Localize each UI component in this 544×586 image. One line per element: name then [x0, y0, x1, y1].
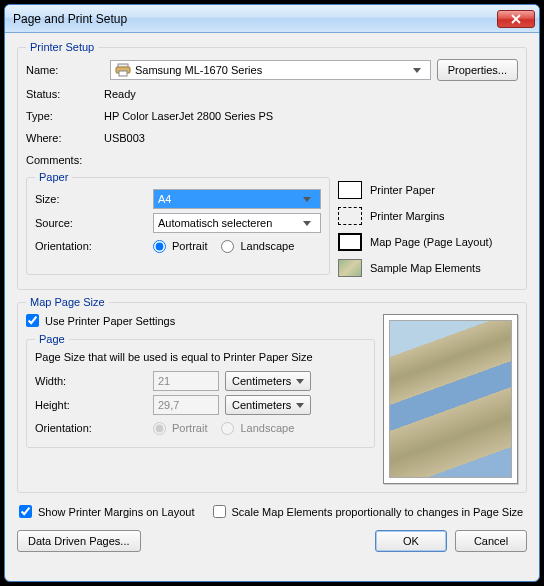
window-title: Page and Print Setup [13, 12, 497, 26]
paper-landscape-label: Landscape [240, 240, 294, 252]
paper-orient-label: Orientation: [35, 240, 153, 252]
legend-printer-paper: Printer Paper [338, 177, 518, 203]
ok-button[interactable]: OK [375, 530, 447, 552]
chevron-down-icon [291, 403, 308, 408]
legend-map-page: Map Page (Page Layout) [338, 229, 518, 255]
dialog-content: Printer Setup Name: Samsung ML-1670 Seri… [5, 33, 539, 581]
height-label: Height: [35, 399, 153, 411]
printer-setup-group: Printer Setup Name: Samsung ML-1670 Seri… [17, 41, 527, 290]
show-margins-checkbox[interactable] [19, 505, 32, 518]
paper-source-value: Automatisch selecteren [158, 217, 272, 229]
status-value: Ready [104, 88, 136, 100]
height-field[interactable] [153, 395, 219, 415]
paper-legend: Paper [35, 171, 72, 183]
paper-portrait-radio[interactable] [153, 240, 166, 253]
printer-icon [115, 62, 131, 78]
scale-elements-label: Scale Map Elements proportionally to cha… [232, 506, 524, 518]
paper-source-label: Source: [35, 217, 153, 229]
map-page-size-legend: Map Page Size [26, 296, 109, 308]
paper-size-label: Size: [35, 193, 153, 205]
map-page-swatch [338, 233, 362, 251]
paper-portrait-label: Portrait [172, 240, 207, 252]
page-orient-label: Orientation: [35, 422, 153, 434]
name-label: Name: [26, 64, 104, 76]
data-driven-pages-button[interactable]: Data Driven Pages... [17, 530, 141, 552]
titlebar: Page and Print Setup [5, 5, 539, 33]
scale-elements-checkbox[interactable] [213, 505, 226, 518]
paper-size-dropdown[interactable]: A4 [153, 189, 321, 209]
close-button[interactable] [497, 10, 535, 28]
chevron-down-icon [298, 197, 316, 202]
paper-landscape-radio[interactable] [221, 240, 234, 253]
type-value: HP Color LaserJet 2800 Series PS [104, 110, 273, 122]
page-group: Page Page Size that will be used is equa… [26, 333, 375, 448]
use-printer-settings-label: Use Printer Paper Settings [45, 315, 175, 327]
printer-name-dropdown[interactable]: Samsung ML-1670 Series [110, 60, 431, 80]
cancel-button[interactable]: Cancel [455, 530, 527, 552]
legend-column: Printer Paper Printer Margins Map Page (… [338, 171, 518, 281]
height-unit-dropdown[interactable]: Centimeters [225, 395, 311, 415]
map-preview-inner [389, 320, 512, 478]
page-legend: Page [35, 333, 69, 345]
properties-button[interactable]: Properties... [437, 59, 518, 81]
chevron-down-icon [408, 68, 426, 73]
comments-label: Comments: [26, 154, 104, 166]
page-landscape-label: Landscape [240, 422, 294, 434]
legend-printer-margins: Printer Margins [338, 203, 518, 229]
width-unit-dropdown[interactable]: Centimeters [225, 371, 311, 391]
page-portrait-label: Portrait [172, 422, 207, 434]
where-value: USB003 [104, 132, 145, 144]
chevron-down-icon [291, 379, 308, 384]
paper-group: Paper Size: A4 Source: Automa [26, 171, 330, 275]
status-label: Status: [26, 88, 104, 100]
paper-size-value: A4 [158, 193, 171, 205]
svg-rect-2 [119, 71, 127, 76]
printer-paper-swatch [338, 181, 362, 199]
page-landscape-radio [221, 422, 234, 435]
printer-setup-legend: Printer Setup [26, 41, 98, 53]
page-size-note: Page Size that will be used is equal to … [35, 349, 366, 369]
map-page-size-group: Map Page Size Use Printer Paper Settings… [17, 296, 527, 493]
use-printer-settings-checkbox[interactable] [26, 314, 39, 327]
sample-swatch [338, 259, 362, 277]
chevron-down-icon [298, 221, 316, 226]
width-label: Width: [35, 375, 153, 387]
printer-name-value: Samsung ML-1670 Series [135, 64, 262, 76]
map-preview [383, 314, 518, 484]
paper-source-dropdown[interactable]: Automatisch selecteren [153, 213, 321, 233]
page-print-setup-dialog: Page and Print Setup Printer Setup Name: [4, 4, 540, 582]
type-label: Type: [26, 110, 104, 122]
width-field[interactable] [153, 371, 219, 391]
where-label: Where: [26, 132, 104, 144]
printer-margins-swatch [338, 207, 362, 225]
legend-sample: Sample Map Elements [338, 255, 518, 281]
show-margins-label: Show Printer Margins on Layout [38, 506, 195, 518]
close-icon [511, 14, 521, 24]
page-portrait-radio [153, 422, 166, 435]
